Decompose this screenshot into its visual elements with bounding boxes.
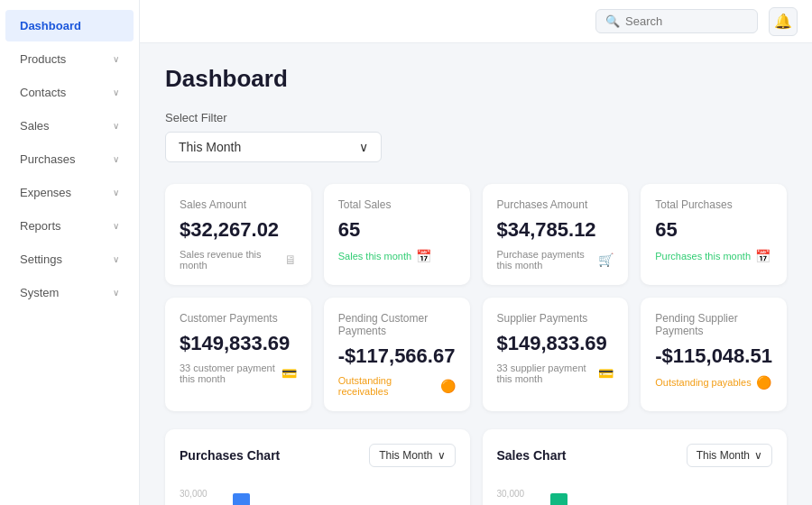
filter-value: This Month (179, 140, 241, 154)
card-pending-supplier-payments: Pending Supplier Payments -$115,048.51 O… (641, 298, 787, 411)
sidebar: Dashboard Products ∨ Contacts ∨ Sales ∨ … (0, 0, 140, 505)
payment-icon: 💳 (281, 366, 297, 381)
card-supplier-payments: Supplier Payments $149,833.69 33 supplie… (483, 298, 629, 411)
chart-title: Sales Chart (497, 448, 567, 463)
filter-label: Select Filter (165, 111, 787, 124)
sidebar-item-label: Sales (20, 119, 50, 133)
card-value: $32,267.02 (180, 218, 297, 242)
sidebar-item-label: Purchases (20, 152, 75, 166)
monitor-icon: 🖥 (284, 252, 297, 267)
content: Dashboard Select Filter This Month ∨ Sal… (140, 43, 812, 505)
card-label: Supplier Payments (497, 312, 614, 325)
sidebar-item-expenses[interactable]: Expenses ∨ (5, 177, 134, 208)
card-label: Customer Payments (180, 312, 297, 325)
chevron-down-icon: ∨ (113, 288, 119, 298)
card-sub: Outstanding payables 🟠 (655, 375, 772, 390)
page-title: Dashboard (165, 65, 787, 93)
chevron-down-icon: ∨ (359, 140, 368, 154)
card-value: -$115,048.51 (655, 344, 772, 368)
card-sub-text: 33 customer payment this month (180, 363, 277, 384)
chevron-down-icon: ∨ (113, 87, 119, 97)
card-value: -$117,566.67 (338, 344, 456, 368)
topbar: 🔍 🔔 (140, 0, 812, 43)
purchases-chart-card: Purchases Chart This Month ∨ 30,000 20,0… (165, 429, 470, 505)
main-area: 🔍 🔔 Dashboard Select Filter This Month ∨… (140, 0, 812, 505)
sidebar-item-system[interactable]: System ∨ (5, 277, 134, 308)
chart-y-labels: 30,000 20,000 (180, 489, 208, 505)
card-sub: Outstanding receivables 🟠 (338, 375, 456, 397)
chart-filter-button[interactable]: This Month ∨ (369, 444, 455, 467)
search-icon: 🔍 (605, 14, 620, 28)
filter-select[interactable]: This Month ∨ (165, 132, 382, 162)
sidebar-item-label: System (20, 286, 59, 299)
calendar-icon: 📅 (755, 249, 770, 263)
sidebar-item-label: Dashboard (20, 19, 81, 32)
bell-icon: 🔔 (774, 13, 792, 30)
card-label: Total Purchases (655, 198, 772, 211)
card-label: Pending Customer Payments (338, 312, 456, 337)
card-total-sales: Total Sales 65 Sales this month 📅 (324, 184, 470, 285)
sidebar-item-label: Contacts (20, 86, 66, 99)
sidebar-item-reports[interactable]: Reports ∨ (5, 210, 134, 242)
sidebar-item-settings[interactable]: Settings ∨ (5, 243, 134, 275)
card-sales-amount: Sales Amount $32,267.02 Sales revenue th… (165, 184, 311, 285)
sidebar-item-label: Reports (20, 219, 61, 233)
card-label: Pending Supplier Payments (655, 312, 772, 337)
chevron-down-icon: ∨ (754, 449, 762, 462)
card-sub: Purchase payments this month 🛒 (497, 249, 614, 271)
card-sub: 33 supplier payment this month 💳 (497, 363, 614, 384)
card-sub-text: Outstanding receivables (338, 375, 436, 397)
calendar-icon: 📅 (416, 249, 431, 263)
card-value: $149,833.69 (180, 332, 297, 355)
chart-bar (233, 493, 250, 505)
card-sub-text: Purchase payments this month (497, 249, 595, 271)
sidebar-item-purchases[interactable]: Purchases ∨ (5, 143, 134, 175)
warning-icon: 🟠 (440, 379, 456, 393)
card-value: 65 (655, 218, 772, 242)
chart-header: Sales Chart This Month ∨ (497, 444, 773, 467)
card-value: 65 (338, 218, 456, 242)
chart-bars (213, 489, 456, 505)
card-label: Sales Amount (180, 198, 297, 211)
notifications-button[interactable]: 🔔 (769, 7, 798, 36)
chevron-down-icon: ∨ (113, 54, 119, 64)
card-sub-text: Sales revenue this month (180, 249, 280, 271)
search-input[interactable] (625, 14, 748, 28)
warning-icon: 🟠 (756, 375, 771, 390)
y-label: 30,000 (497, 489, 525, 499)
card-sub-text: 33 supplier payment this month (497, 363, 595, 384)
card-label: Purchases Amount (497, 198, 614, 211)
card-sub: Sales revenue this month 🖥 (180, 249, 297, 271)
chart-y-labels: 30,000 20,000 (497, 489, 525, 505)
card-sub-text: Purchases this month (655, 251, 751, 262)
chart-filter-label: This Month (697, 449, 750, 462)
card-label: Total Sales (338, 198, 456, 211)
card-customer-payments: Customer Payments $149,833.69 33 custome… (165, 298, 311, 411)
sidebar-item-products[interactable]: Products ∨ (5, 43, 134, 75)
card-pending-customer-payments: Pending Customer Payments -$117,566.67 O… (324, 298, 470, 411)
chart-bars (530, 489, 772, 505)
cards-grid: Sales Amount $32,267.02 Sales revenue th… (165, 184, 787, 411)
y-label: 30,000 (180, 489, 208, 499)
cart-icon: 🛒 (598, 252, 614, 267)
chart-bar (550, 493, 567, 505)
card-sub: 33 customer payment this month 💳 (180, 363, 297, 384)
search-box[interactable]: 🔍 (595, 9, 758, 33)
card-sub-text: Sales this month (338, 251, 411, 262)
sales-chart-card: Sales Chart This Month ∨ 30,000 20,000 (483, 429, 788, 505)
chart-filter-label: This Month (379, 449, 432, 462)
card-value: $34,785.12 (497, 218, 614, 242)
sidebar-item-sales[interactable]: Sales ∨ (5, 110, 134, 142)
chevron-down-icon: ∨ (113, 121, 119, 131)
chart-filter-button[interactable]: This Month ∨ (687, 444, 772, 467)
card-value: $149,833.69 (497, 332, 614, 355)
chevron-down-icon: ∨ (113, 188, 119, 197)
chevron-down-icon: ∨ (438, 449, 446, 462)
chart-title: Purchases Chart (180, 448, 280, 463)
card-sub: Sales this month 📅 (338, 249, 456, 263)
payment-icon: 💳 (598, 366, 614, 381)
sidebar-item-label: Expenses (20, 186, 71, 199)
sidebar-item-dashboard[interactable]: Dashboard (5, 10, 134, 41)
card-sub: Purchases this month 📅 (655, 249, 772, 263)
sidebar-item-contacts[interactable]: Contacts ∨ (5, 77, 134, 108)
